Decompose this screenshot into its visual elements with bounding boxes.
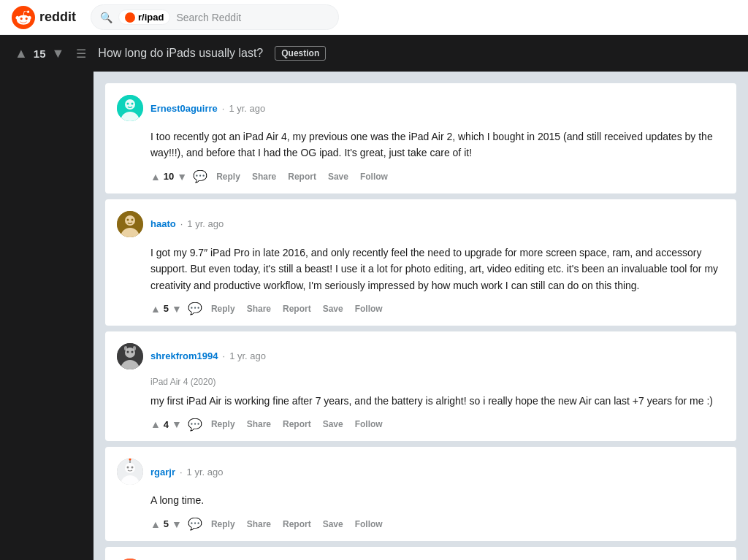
- downvote-icon[interactable]: ▼: [172, 418, 182, 430]
- report-button[interactable]: Report: [280, 416, 314, 432]
- vote-count: 5: [164, 518, 169, 529]
- share-button[interactable]: Share: [244, 301, 274, 317]
- upvote-icon[interactable]: ▲: [150, 418, 161, 430]
- downvote-arrow[interactable]: ▼: [52, 46, 65, 61]
- upvote-icon[interactable]: ▲: [150, 171, 161, 183]
- follow-button[interactable]: Follow: [352, 301, 386, 317]
- comment-body: I got my 9.7″ iPad Pro in late 2016, and…: [117, 245, 725, 294]
- svg-point-7: [127, 218, 129, 220]
- search-placeholder: Search Reddit: [176, 12, 241, 23]
- vote-count: 5: [164, 303, 169, 314]
- comment-header: haato · 1 yr. ago: [117, 211, 725, 237]
- comment-time: 1 yr. ago: [229, 103, 265, 114]
- separator: ·: [223, 350, 226, 361]
- content-area: Ernest0aguirre · 1 yr. ago I too recentl…: [94, 72, 748, 560]
- search-bar[interactable]: 🔍 r/ipad Search Reddit: [91, 4, 339, 30]
- svg-rect-14: [133, 346, 136, 350]
- avatar: [117, 343, 143, 369]
- comment-item: haato · 1 yr. ago I got my 9.7″ iPad Pro…: [105, 199, 736, 326]
- comment-item: shrekfrom1994 · 1 yr. ago iPad Air 4 (20…: [105, 331, 736, 441]
- follow-button[interactable]: Follow: [352, 416, 386, 432]
- comment-meta: shrekfrom1994 · 1 yr. ago: [150, 350, 266, 361]
- reply-button[interactable]: Reply: [208, 301, 238, 317]
- comment-username[interactable]: shrekfrom1994: [150, 350, 218, 361]
- vote-count: 10: [164, 171, 174, 182]
- svg-point-16: [125, 463, 135, 473]
- subreddit-badge[interactable]: r/ipad: [118, 9, 170, 25]
- svg-rect-13: [124, 346, 127, 350]
- post-title: How long do iPads usually last?: [98, 47, 263, 60]
- save-button[interactable]: Save: [325, 169, 351, 185]
- comment-body: my first iPad Air is working fine after …: [117, 393, 725, 409]
- save-button[interactable]: Save: [320, 416, 346, 432]
- separator: ·: [180, 218, 183, 229]
- separator: ·: [222, 103, 225, 114]
- upvote-arrow[interactable]: ▲: [15, 46, 28, 61]
- comment-item: rgarjr · 1 yr. ago A long time. ▲ 5 ▼ 💬 …: [105, 447, 736, 540]
- report-button[interactable]: Report: [280, 301, 314, 317]
- subreddit-dot: [125, 12, 135, 23]
- svg-point-8: [131, 218, 134, 220]
- comment-body: I too recently got an iPad Air 4, my pre…: [117, 129, 725, 161]
- search-icon: 🔍: [100, 12, 112, 23]
- comment-item: Ernest0aguirre · 1 yr. ago I too recentl…: [105, 83, 736, 193]
- comment-username[interactable]: haato: [150, 218, 176, 229]
- follow-button[interactable]: Follow: [357, 169, 391, 185]
- upvote-icon[interactable]: ▲: [150, 303, 161, 315]
- comment-actions: ▲ 4 ▼ 💬 Reply Share Report Save Follow: [117, 416, 725, 432]
- vote-controls: ▲ 4 ▼: [150, 418, 182, 430]
- downvote-icon[interactable]: ▼: [172, 518, 182, 530]
- reply-button[interactable]: Reply: [208, 516, 238, 532]
- save-button[interactable]: Save: [320, 301, 346, 317]
- post-vote-count: 15: [34, 47, 46, 60]
- page-layout: Ernest0aguirre · 1 yr. ago I too recentl…: [0, 72, 748, 560]
- vote-controls: ▲ 10 ▼: [150, 171, 187, 183]
- comment-time: 1 yr. ago: [187, 218, 224, 229]
- avatar: [117, 459, 143, 485]
- avatar: [117, 95, 143, 121]
- save-button[interactable]: Save: [320, 516, 346, 532]
- comment-username[interactable]: rgarjr: [150, 467, 175, 477]
- comment-bubble-icon: 💬: [193, 169, 207, 183]
- comment-meta: haato · 1 yr. ago: [150, 218, 224, 229]
- post-type-icon: ☰: [76, 47, 86, 61]
- report-button[interactable]: Report: [280, 516, 314, 532]
- svg-point-12: [131, 350, 134, 353]
- comment-actions: ▲ 10 ▼ 💬 Reply Share Report Save Follow: [117, 169, 725, 185]
- left-sidebar: [0, 72, 94, 560]
- report-button[interactable]: Report: [285, 169, 319, 185]
- vote-controls: ▲ 5 ▼: [150, 518, 182, 530]
- share-button[interactable]: Share: [249, 169, 279, 185]
- reddit-icon: [12, 6, 35, 29]
- svg-point-17: [127, 467, 129, 469]
- comment-bubble-icon: 💬: [188, 302, 202, 315]
- svg-point-4: [131, 103, 134, 105]
- reply-button[interactable]: Reply: [208, 416, 238, 432]
- comment-body: A long time.: [117, 492, 725, 508]
- comment-username[interactable]: Ernest0aguirre: [150, 103, 218, 114]
- subreddit-label: r/ipad: [138, 12, 164, 23]
- vote-count: 4: [164, 419, 169, 430]
- reply-button[interactable]: Reply: [213, 169, 243, 185]
- comment-actions: ▲ 5 ▼ 💬 Reply Share Report Save Follow: [117, 516, 725, 532]
- comment-time: 1 yr. ago: [187, 467, 224, 477]
- post-badge: Question: [275, 46, 326, 61]
- comment-time: 1 yr. ago: [229, 350, 266, 361]
- follow-button[interactable]: Follow: [352, 516, 386, 532]
- separator: ·: [180, 467, 183, 477]
- vote-section: ▲ 15 ▼: [15, 46, 64, 61]
- reddit-logo[interactable]: reddit: [12, 6, 76, 29]
- svg-point-3: [127, 103, 129, 105]
- comment-actions: ▲ 5 ▼ 💬 Reply Share Report Save Follow: [117, 301, 725, 317]
- svg-point-11: [127, 350, 129, 353]
- comment-header: Ernest0aguirre · 1 yr. ago: [117, 95, 725, 121]
- upvote-icon[interactable]: ▲: [150, 518, 161, 530]
- downvote-icon[interactable]: ▼: [172, 303, 182, 315]
- comment-bubble-icon: 💬: [188, 517, 202, 531]
- share-button[interactable]: Share: [244, 416, 274, 432]
- svg-point-18: [131, 467, 134, 469]
- comment-flair: iPad Air 4 (2020): [117, 377, 725, 387]
- share-button[interactable]: Share: [244, 516, 274, 532]
- downvote-icon[interactable]: ▼: [177, 171, 187, 183]
- reddit-wordmark: reddit: [39, 9, 76, 25]
